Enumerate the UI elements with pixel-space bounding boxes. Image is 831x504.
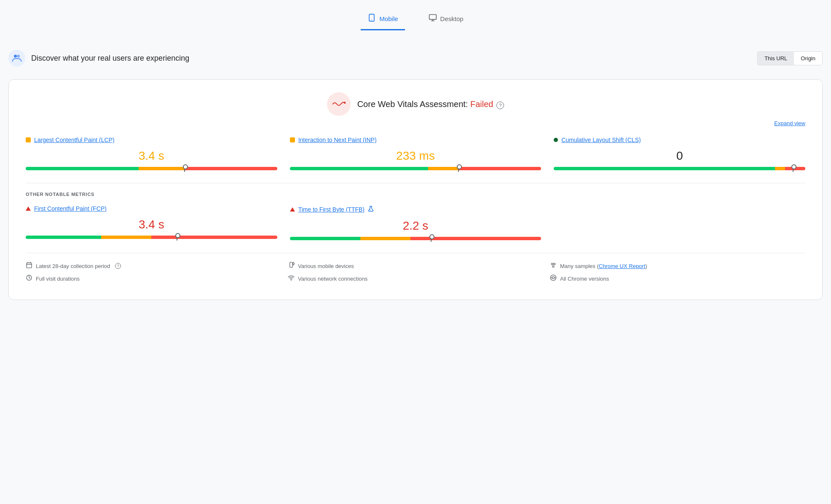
svg-point-9: [370, 209, 371, 210]
lcp-red-segment: [184, 167, 277, 170]
ttfb-triangle-icon: [290, 207, 295, 212]
metric-inp-value: 233 ms: [396, 149, 435, 163]
footer-item-network: Various network connections: [288, 274, 543, 283]
metric-ttfb: Time to First Byte (TTFB) 2.2 s: [290, 205, 541, 240]
cls-marker: [793, 165, 793, 172]
inp-green-segment: [290, 167, 428, 170]
header-left: Discover what your real users are experi…: [8, 50, 189, 67]
footer-col-2: Various mobile devices Various network c…: [288, 262, 543, 287]
tab-bar: Mobile Desktop: [8, 8, 823, 30]
flask-icon: [368, 205, 374, 213]
metric-inp-value-row: 233 ms: [290, 146, 541, 167]
footer-item-samples: Many samples (Chrome UX Report): [550, 262, 805, 270]
inp-marker: [458, 165, 459, 172]
ttfb-green-segment: [290, 237, 360, 240]
metric-inp: Interaction to Next Paint (INP) 233 ms: [290, 137, 541, 170]
expand-view-link[interactable]: Expand view: [26, 120, 805, 126]
fcp-red-segment: [151, 236, 277, 239]
footer-col-3: Many samples (Chrome UX Report) All Chro…: [550, 262, 805, 287]
assessment-header: Core Web Vitals Assessment: Failed ?: [26, 92, 805, 116]
inp-dot: [290, 137, 295, 142]
inp-track: [290, 167, 541, 170]
url-origin-toggle: This URL Origin: [757, 51, 823, 65]
chrome-ux-report-link[interactable]: Chrome UX Report: [599, 263, 646, 269]
core-metrics-grid: Largest Contentful Paint (LCP) 3.4 s Int…: [26, 137, 805, 170]
ttfb-orange-segment: [360, 237, 410, 240]
metric-cls-label[interactable]: Cumulative Layout Shift (CLS): [561, 137, 641, 143]
metric-ttfb-value: 2.2 s: [403, 219, 429, 233]
svg-rect-15: [290, 262, 293, 267]
metric-ttfb-bar: [290, 237, 541, 240]
cls-green-segment: [554, 167, 775, 170]
desktop-icon: [429, 13, 437, 24]
metric-inp-label-row: Interaction to Next Paint (INP): [290, 137, 541, 143]
metric-cls-value: 0: [676, 149, 683, 163]
footer-item-chrome: All Chrome versions: [550, 274, 805, 283]
assessment-status: Failed: [470, 99, 493, 109]
metric-ttfb-label-row: Time to First Byte (TTFB): [290, 205, 541, 213]
origin-button[interactable]: Origin: [794, 52, 822, 65]
collection-help-icon[interactable]: ?: [115, 263, 121, 269]
tab-desktop-label: Desktop: [440, 15, 464, 22]
metric-cls: Cumulative Layout Shift (CLS) 0: [554, 137, 805, 170]
other-metrics-grid: First Contentful Paint (FCP) 3.4 s Time …: [26, 205, 805, 240]
ttfb-marker: [431, 235, 432, 242]
metric-ttfb-label[interactable]: Time to First Byte (TTFB): [298, 206, 365, 213]
mobile-devices-icon: [288, 262, 295, 270]
metric-fcp-value: 3.4 s: [139, 218, 164, 231]
help-icon[interactable]: ?: [496, 102, 504, 109]
metric-fcp-bar: [26, 236, 277, 239]
footer-visit-text: Full visit durations: [36, 276, 80, 282]
lcp-marker: [184, 165, 185, 172]
section-divider: [26, 183, 805, 183]
empty-col: [554, 205, 805, 240]
metric-lcp-label[interactable]: Largest Contentful Paint (LCP): [34, 137, 115, 143]
header-section: Discover what your real users are experi…: [8, 43, 823, 75]
inp-orange-segment: [428, 167, 458, 170]
lcp-dot: [26, 137, 31, 142]
lcp-orange-segment: [139, 167, 184, 170]
metric-lcp-bar: [26, 167, 277, 170]
cls-dot: [554, 138, 558, 142]
footer-chrome-text: All Chrome versions: [560, 276, 609, 282]
ttfb-track: [290, 237, 541, 240]
fcp-triangle-icon: [26, 206, 31, 211]
svg-point-6: [17, 55, 20, 58]
metric-inp-bar: [290, 167, 541, 170]
tab-desktop[interactable]: Desktop: [422, 8, 470, 30]
footer-item-visit: Full visit durations: [26, 274, 281, 283]
svg-point-24: [552, 276, 554, 279]
metric-lcp-value: 3.4 s: [139, 149, 164, 163]
metric-fcp-label[interactable]: First Contentful Paint (FCP): [34, 205, 107, 212]
lcp-track: [26, 167, 277, 170]
tab-mobile[interactable]: Mobile: [361, 8, 405, 30]
svg-point-5: [14, 55, 17, 58]
cls-orange-segment: [775, 167, 785, 170]
fcp-green-segment: [26, 236, 101, 239]
footer-col-1: Latest 28-day collection period ? Full v…: [26, 262, 281, 287]
main-card: Core Web Vitals Assessment: Failed ? Exp…: [8, 79, 823, 300]
svg-rect-10: [27, 263, 32, 268]
metric-cls-bar: [554, 167, 805, 170]
svg-rect-2: [429, 15, 436, 20]
metric-lcp-label-row: Largest Contentful Paint (LCP): [26, 137, 277, 143]
metric-inp-label[interactable]: Interaction to Next Paint (INP): [298, 137, 377, 143]
footer-collection-text: Latest 28-day collection period: [36, 263, 110, 269]
metric-lcp-value-row: 3.4 s: [26, 146, 277, 167]
other-metrics-title: OTHER NOTABLE METRICS: [26, 192, 805, 197]
assessment-icon: [327, 92, 351, 116]
network-icon: [288, 274, 295, 283]
assessment-title-prefix: Core Web Vitals Assessment:: [357, 99, 470, 109]
metric-cls-label-row: Cumulative Layout Shift (CLS): [554, 137, 805, 143]
svg-point-21: [554, 263, 555, 265]
metric-cls-value-row: 0: [554, 146, 805, 167]
footer-item-mobile: Various mobile devices: [288, 262, 543, 270]
svg-point-20: [551, 263, 553, 265]
metric-fcp: First Contentful Paint (FCP) 3.4 s: [26, 205, 277, 240]
footer-item-collection: Latest 28-day collection period ?: [26, 262, 281, 270]
footer-samples-text: Many samples (Chrome UX Report): [560, 263, 647, 269]
metric-ttfb-value-row: 2.2 s: [290, 216, 541, 237]
inp-red-segment: [458, 167, 541, 170]
this-url-button[interactable]: This URL: [758, 52, 794, 65]
fcp-marker: [177, 234, 177, 241]
